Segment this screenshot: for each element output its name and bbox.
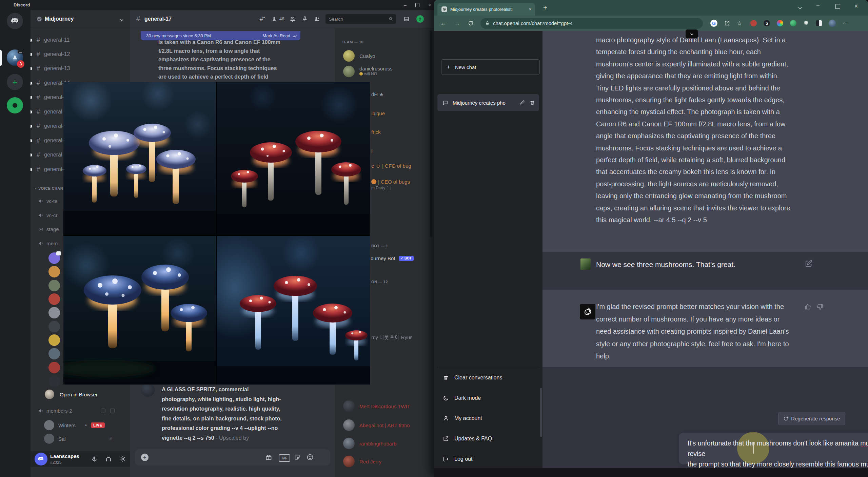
member-name[interactable]: l [371, 148, 372, 154]
avatar[interactable] [48, 307, 60, 318]
member-name[interactable]: my 나뭇 위에 Ryus [371, 333, 413, 340]
url-bar[interactable]: chat.openai.com/chat?model=gpt-4 [480, 18, 703, 29]
extension-s-icon[interactable]: S [764, 20, 770, 26]
share-icon[interactable] [724, 20, 730, 26]
message-input[interactable]: + GIF [135, 449, 330, 465]
sidebar-item-channel[interactable]: #general-12 [31, 48, 130, 60]
reload-icon[interactable] [468, 20, 474, 26]
notifications-icon[interactable] [290, 16, 296, 22]
member-row[interactable]: Abegailnot | ART titmo [343, 419, 410, 431]
member-list-scrollbar[interactable] [430, 30, 432, 237]
discord-home-icon[interactable] [7, 13, 23, 29]
avatar[interactable] [48, 348, 60, 359]
explore-servers-icon[interactable] [7, 97, 23, 113]
regenerate-button[interactable]: Regenerate response [778, 412, 845, 425]
sidebar-item-voice-members2[interactable]: members-2 [31, 405, 130, 416]
search-input[interactable]: Search [326, 14, 396, 24]
pumpkin-icon [371, 179, 376, 184]
sidebar-item-updates[interactable]: Updates & FAQ [438, 431, 538, 447]
edit-icon[interactable] [519, 100, 525, 105]
member-row[interactable]: danielrusoruss will NO [343, 66, 393, 77]
chat-input[interactable]: It's unfortunate that the mushrooms don'… [679, 433, 868, 464]
message-avatar[interactable] [141, 383, 155, 397]
scroll-indicator-chip[interactable] [686, 29, 698, 38]
tab-search-chevron-icon[interactable] [797, 5, 803, 11]
sidebar-item-channel[interactable]: #general-11 [31, 34, 130, 46]
voice-user-row[interactable]: Winters ✦ LIVE [34, 419, 129, 431]
user-avatar[interactable] [35, 453, 47, 465]
menu-dots-icon[interactable]: ⋮ [842, 21, 848, 26]
mark-as-read-button[interactable]: Mark As Read [262, 33, 297, 38]
emoji-icon[interactable] [307, 454, 314, 461]
inbox-icon[interactable] [403, 16, 410, 22]
member-name[interactable]: ibique [371, 110, 385, 116]
voice-user-row[interactable]: Sal # [34, 433, 129, 444]
member-row[interactable]: ramblingrhubarb [343, 438, 396, 449]
gif-icon[interactable]: GIF [279, 454, 290, 462]
extension-contrast-icon[interactable] [816, 20, 822, 26]
conversation-item[interactable]: Midjourney creates pho [437, 94, 539, 111]
member-list-icon[interactable] [314, 16, 320, 22]
thumbs-up-icon[interactable] [804, 303, 811, 310]
member-row[interactable]: | CEO of bugs m Party [371, 179, 410, 190]
bookmark-star-icon[interactable]: ☆ [737, 20, 742, 27]
member-name[interactable]: dH ★ [371, 91, 384, 98]
attach-plus-icon[interactable]: + [141, 454, 149, 461]
sidebar-item-account[interactable]: My account [438, 410, 538, 427]
extension-green-icon[interactable] [790, 20, 796, 26]
browser-tab[interactable]: Midjourney creates photorealisti × [437, 3, 535, 16]
avatar[interactable] [48, 321, 60, 332]
google-account-icon[interactable]: G [710, 20, 717, 27]
member-name[interactable]: e ☺ | CFO of bug [371, 163, 411, 169]
member-row[interactable]: Red Jerry [343, 456, 381, 467]
forward-icon[interactable]: → [454, 20, 460, 27]
thumbs-down-icon[interactable] [816, 303, 824, 310]
delete-icon[interactable] [530, 100, 535, 105]
close-icon[interactable]: × [426, 1, 433, 9]
headphones-icon[interactable] [105, 456, 112, 462]
new-tab-icon[interactable]: + [543, 4, 547, 12]
sidebar-item-channel[interactable]: #general-13 [31, 63, 130, 74]
avatar[interactable] [48, 362, 60, 373]
moon-icon [443, 395, 449, 401]
gift-icon[interactable] [265, 454, 272, 461]
profile-avatar[interactable] [829, 20, 836, 27]
pin-icon[interactable] [302, 16, 308, 22]
window-minimize-icon[interactable]: – [816, 2, 820, 8]
minimize-icon[interactable]: – [401, 1, 409, 9]
avatar[interactable] [48, 280, 60, 291]
member-name[interactable]: frick [371, 129, 381, 135]
edit-message-icon[interactable] [805, 260, 812, 267]
maximize-icon[interactable] [414, 1, 421, 9]
member-row-bot[interactable]: ourney Bot ✓ BOT [371, 255, 414, 261]
extensions-puzzle-icon[interactable] [803, 20, 809, 26]
server-header[interactable]: Midjourney [31, 10, 130, 28]
new-chat-button[interactable]: + New chat [441, 59, 540, 75]
help-icon[interactable]: ? [416, 15, 424, 23]
sidebar-item-logout[interactable]: Log out [438, 451, 538, 467]
mic-icon[interactable] [91, 456, 98, 462]
voice-channel-name: stage [46, 226, 59, 232]
sidebar-item-clear[interactable]: Clear conversations [438, 370, 538, 386]
avatar[interactable] [48, 293, 60, 305]
midjourney-image-grid[interactable] [63, 82, 370, 385]
avatar[interactable] [48, 334, 60, 346]
back-icon[interactable]: ← [440, 20, 447, 27]
open-in-browser-button[interactable]: Open in Browser [34, 388, 125, 400]
tab-close-icon[interactable]: × [529, 6, 532, 12]
avatar[interactable] [48, 375, 60, 387]
sidebar-scrollbar[interactable] [540, 388, 542, 437]
member-row[interactable]: Cualyo [343, 50, 375, 62]
add-server-icon[interactable]: + [7, 74, 23, 90]
extension-color-icon[interactable] [777, 20, 783, 26]
gear-icon[interactable] [119, 456, 126, 462]
sticker-icon[interactable] [294, 454, 301, 461]
window-maximize-icon[interactable] [835, 4, 840, 9]
extension-dashlane-icon[interactable] [750, 20, 757, 26]
members-count-icon[interactable] [272, 16, 278, 22]
sidebar-item-darkmode[interactable]: Dark mode [438, 390, 538, 406]
threads-icon[interactable]: #+ [260, 16, 265, 23]
window-close-icon[interactable]: × [854, 3, 858, 10]
avatar[interactable] [48, 266, 60, 277]
member-row[interactable]: Mert Discordous TWIT [343, 400, 410, 412]
